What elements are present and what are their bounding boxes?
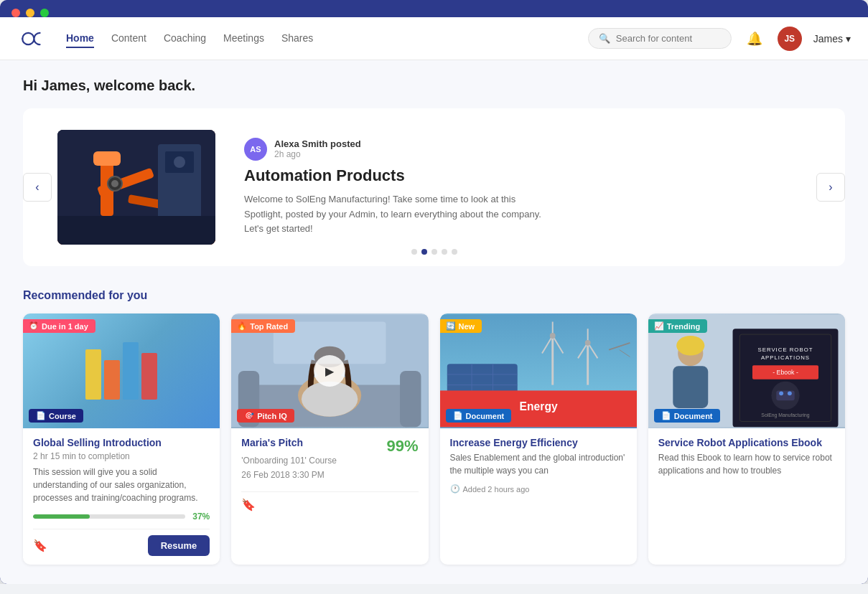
navbar: Home Content Coaching Meetings Shares 🔍 … [0,17,868,60]
card-robot-ebook: SERVICE ROBOT APPLICATIONS - Ebook - Sol… [648,314,845,565]
spotlight-info: AS Alexa Smith posted 2h ago Automation … [244,138,811,237]
svg-rect-2 [93,151,121,166]
book-3 [123,342,139,400]
pitch-type-tag: 🎯 Pitch IQ [237,409,294,423]
spotlight-description: Welcome to SolEng Manufacturing! Take so… [244,192,546,237]
svg-point-6 [111,180,118,187]
card-title-global-selling: Global Selling Introduction [33,437,210,448]
course-type-tag: 📄 Course [29,409,83,423]
search-bar[interactable]: 🔍 [588,28,732,49]
carousel-dots [411,240,457,255]
svg-point-9 [174,156,185,168]
book-4 [141,353,157,400]
close-dot [11,9,20,17]
card-title-robot-ebook: Service Robot Applications Ebook [658,437,835,448]
card-body-marias-pitch: Maria's Pitch 99% 'Onboarding 101' Cours… [231,428,428,520]
nav-shares[interactable]: Shares [281,29,313,48]
welcome-heading: Hi James, welcome back. [23,77,845,94]
doc-type-tag-robot: 📄 Document [654,409,720,423]
main-content: Hi James, welcome back. ‹ [0,60,868,584]
svg-point-53 [779,391,783,395]
card-title-energy: Increase Energy Efficiency [450,437,627,448]
svg-rect-43 [673,366,708,408]
dot-2[interactable] [421,249,427,255]
dot-5[interactable] [452,249,457,255]
poster-time: 2h ago [274,149,361,159]
nav-content[interactable]: Content [111,29,146,48]
card-image-energy: Energy 🔄 New 📄 Document [440,314,637,428]
progress-pct: 37% [192,512,210,522]
cards-grid: ⏰ Due in 1 day 📄 Course Global Selling I… [23,314,845,565]
progress-bar-fill [33,514,90,519]
dot-4[interactable] [442,249,447,255]
nav-meetings[interactable]: Meetings [223,29,264,48]
card-energy-efficiency: Energy 🔄 New 📄 Document [440,314,637,565]
new-badge: 🔄 New [440,319,482,333]
svg-rect-10 [57,216,215,245]
svg-rect-52 [776,390,794,400]
fullscreen-dot [40,9,49,17]
card-desc-robot-ebook: Read this Ebook to learn how to service … [658,451,835,477]
progress-row: 37% [33,512,210,522]
doc-type-tag-energy: 📄 Document [446,409,512,423]
bookmark-icon[interactable]: 🔖 [33,539,47,552]
poster-avatar: AS [244,138,267,161]
date-text: 26 Feb 2018 3:30 PM [241,470,418,480]
card-image-marias-pitch: 🔥 Top Rated 🎯 Pitch IQ ▶ [231,314,428,428]
spotlight-image [57,130,215,245]
dot-1[interactable] [411,249,417,255]
card-title-marias-pitch: Maria's Pitch [241,437,303,448]
due-badge: ⏰ Due in 1 day [23,319,95,333]
poster-name: Alexa Smith posted [274,138,361,149]
notifications-bell[interactable]: 🔔 [743,27,766,50]
svg-point-54 [788,391,792,395]
search-icon: 🔍 [599,33,610,44]
top-rated-badge: 🔥 Top Rated [231,319,295,333]
card-body-global-selling: Global Selling Introduction 2 hr 15 min … [23,428,220,565]
svg-text:Energy: Energy [519,400,557,412]
carousel-prev-button[interactable]: ‹ [23,173,52,202]
card-body-energy: Increase Energy Efficiency Sales Enablem… [440,428,637,502]
search-input[interactable] [616,33,721,44]
svg-text:SolEng Manufacturing: SolEng Manufacturing [761,412,810,418]
svg-point-31 [549,333,555,339]
minimize-dot [26,9,34,17]
spotlight-title: Automation Products [244,166,811,185]
book-2 [104,360,120,400]
card-body-robot-ebook: Service Robot Applications Ebook Read th… [648,428,845,493]
svg-point-18 [302,382,358,417]
nav-home[interactable]: Home [66,29,94,48]
dot-3[interactable] [431,249,437,255]
svg-text:APPLICATIONS: APPLICATIONS [761,354,810,361]
svg-point-36 [584,340,590,346]
progress-bar-bg [33,514,185,519]
recommended-title: Recommended for you [23,289,845,302]
spotlight-card: ‹ [23,108,845,266]
robot-arm-graphic [57,130,215,245]
svg-text:SERVICE ROBOT: SERVICE ROBOT [757,346,813,353]
recommended-section: Recommended for you [23,289,845,565]
resume-button[interactable]: Resume [148,535,210,556]
card-subtitle-global-selling: 2 hr 15 min to completion [33,451,210,461]
carousel-next-button[interactable]: › [816,173,845,202]
svg-rect-14 [400,371,421,427]
logo[interactable] [17,30,43,47]
card-global-selling: ⏰ Due in 1 day 📄 Course Global Selling I… [23,314,220,565]
avatar: JS [778,27,802,51]
card-desc-global-selling: This session will give you a solid under… [33,466,210,504]
card-image-global-selling: ⏰ Due in 1 day 📄 Course [23,314,220,428]
user-menu[interactable]: James ▾ [813,33,851,44]
card-desc-energy: Sales Enablement and the global introduc… [450,451,627,477]
bookmark-icon-pitch[interactable]: 🔖 [241,498,256,512]
svg-point-44 [676,336,704,355]
nav-right: 🔍 🔔 JS James ▾ [588,27,851,51]
nav-links: Home Content Coaching Meetings Shares [66,29,565,48]
added-time: 🕐 Added 2 hours ago [450,484,627,494]
nav-coaching[interactable]: Coaching [164,29,206,48]
poster-row: AS Alexa Smith posted 2h ago [244,138,811,161]
play-button[interactable]: ▶ [314,355,345,387]
card-footer-marias-pitch: 🔖 [241,491,418,512]
trending-badge: 📈 Trending [648,319,707,333]
svg-text:- Ebook -: - Ebook - [773,369,798,376]
card-subtitle-marias-pitch: 'Onboarding 101' Course [241,456,418,466]
